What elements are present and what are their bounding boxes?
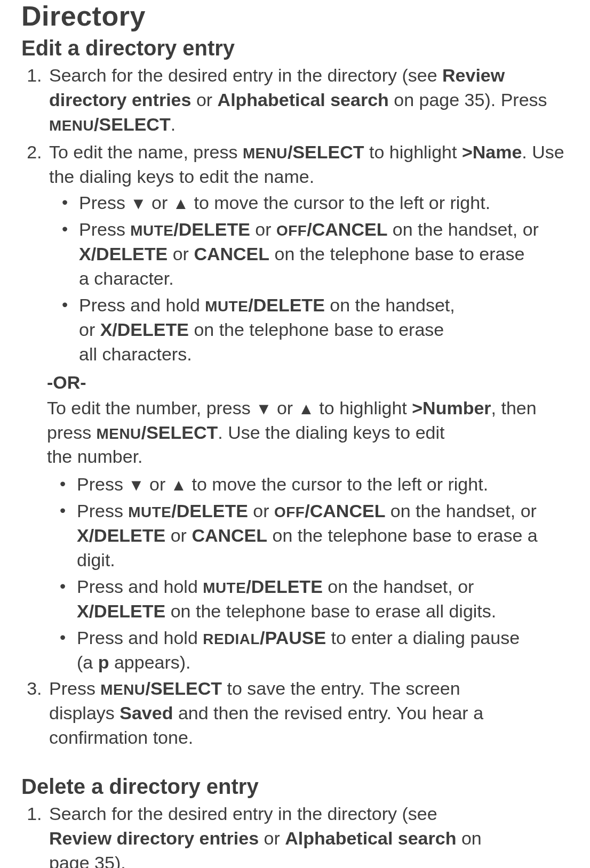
text: on the telephone base to erase all digit… — [165, 601, 496, 621]
text: or — [250, 219, 276, 239]
text: on page 35). Press — [389, 90, 547, 110]
text: Search for the desired entry in the dire… — [49, 803, 437, 824]
text: To edit the name, press — [49, 142, 243, 162]
text: on the handset, or — [385, 501, 537, 521]
edit-steps-list: Search for the desired entry in the dire… — [21, 63, 569, 367]
bold: /PAUSE — [260, 628, 326, 648]
smallcaps-bold: MUTE — [205, 298, 248, 315]
up-arrow-icon: ▲ — [173, 194, 189, 212]
list-item: Press and hold REDIAL/PAUSE to enter a d… — [66, 626, 569, 675]
text: to highlight — [364, 142, 462, 162]
text: or — [165, 525, 192, 545]
name-bullets: Press ▼ or ▲ to move the cursor to the l… — [49, 191, 569, 366]
bold: /SELECT — [288, 142, 364, 162]
smallcaps-bold: MUTE — [203, 580, 246, 596]
bold: /SELECT — [94, 114, 171, 134]
or-text-block: To edit the number, press ▼ or ▲ to high… — [47, 396, 569, 470]
text: Press and hold — [77, 628, 203, 648]
text: Press — [77, 501, 128, 521]
text: to save the entry. The screen — [222, 678, 460, 698]
text: or — [191, 90, 217, 110]
text: on the handset, or — [387, 219, 539, 239]
smallcaps-bold: MENU — [243, 145, 288, 162]
list-item: Press MUTE/DELETE or OFF/CANCEL on the h… — [68, 218, 569, 291]
text: (a — [77, 652, 98, 672]
text: all characters. — [79, 344, 192, 364]
text: or — [168, 244, 194, 264]
text: displays — [49, 703, 119, 723]
text: or — [145, 474, 171, 494]
smallcaps-bold: REDIAL — [203, 631, 260, 647]
text: . — [171, 114, 176, 134]
text: the number. — [47, 446, 143, 467]
number-bullets: Press ▼ or ▲ to move the cursor to the l… — [47, 472, 569, 674]
smallcaps-bold: MENU — [100, 681, 145, 698]
text: to move the cursor to the left or right. — [189, 192, 490, 213]
bold: Alphabetical search — [285, 828, 456, 848]
bold: Alphabetical search — [218, 90, 389, 110]
text: Press — [77, 474, 128, 494]
up-arrow-icon: ▲ — [298, 399, 314, 417]
text: to move the cursor to the left or right. — [187, 474, 488, 494]
bold: / — [141, 422, 146, 443]
smallcaps-bold: MENU — [97, 425, 141, 442]
delete-steps-list: Search for the desired entry in the dire… — [21, 802, 569, 868]
edit-step-3: Press MENU/SELECT to save the entry. The… — [47, 677, 569, 750]
smallcaps-bold: MUTE — [128, 504, 171, 520]
page-title: Directory — [21, 0, 569, 32]
text: on the telephone base to erase — [189, 319, 444, 340]
bold: CANCEL — [192, 525, 267, 545]
text: Press — [49, 678, 100, 698]
bold: >Name — [462, 142, 522, 162]
text: Press — [79, 192, 130, 213]
text: or — [272, 398, 298, 418]
text: on the handset, or — [323, 576, 474, 597]
edit-step-1: Search for the desired entry in the dire… — [47, 63, 569, 137]
bold: X/DELETE — [77, 601, 165, 621]
bold: X/DELETE — [77, 525, 165, 545]
text: on — [456, 828, 481, 848]
or-divider: -OR- — [47, 372, 569, 393]
text: or — [147, 192, 173, 213]
down-arrow-icon: ▼ — [256, 399, 272, 417]
delete-heading: Delete a directory entry — [21, 775, 569, 799]
text: Press and hold — [79, 295, 205, 315]
text: and then the revised entry. You hear a — [173, 703, 483, 723]
text: To edit the number, press — [47, 398, 256, 418]
list-item: Press and hold MUTE/DELETE on the handse… — [66, 575, 569, 624]
text: Search for the desired entry in the dire… — [49, 65, 442, 85]
list-item: Press ▼ or ▲ to move the cursor to the l… — [68, 191, 569, 215]
bold: SELECT — [146, 422, 218, 443]
smallcaps-bold: OFF — [276, 222, 307, 239]
edit-steps-list-cont: Press MENU/SELECT to save the entry. The… — [21, 677, 569, 750]
bold: /CANCEL — [307, 219, 387, 239]
list-item: Press and hold MUTE/DELETE on the handse… — [68, 293, 569, 367]
smallcaps-bold: OFF — [274, 504, 305, 520]
bold: /DELETE — [246, 576, 323, 597]
bold: /DELETE — [171, 501, 248, 521]
down-arrow-icon: ▼ — [128, 476, 144, 494]
up-arrow-icon: ▲ — [171, 476, 187, 494]
text: or — [259, 828, 285, 848]
bold: >Number — [412, 398, 491, 418]
smallcaps-bold: MENU — [49, 117, 94, 134]
edit-step-2: To edit the name, press MENU/SELECT to h… — [47, 140, 569, 367]
list-item: Press MUTE/DELETE or OFF/CANCEL on the h… — [66, 499, 569, 573]
text: page 35). — [49, 853, 126, 868]
list-item: Press ▼ or ▲ to move the cursor to the l… — [66, 472, 569, 497]
text: Press — [79, 219, 130, 239]
text: confirmation tone. — [49, 727, 193, 748]
bold: Saved — [119, 703, 173, 723]
bold: /CANCEL — [305, 501, 385, 521]
text: on the handset, — [325, 295, 455, 315]
smallcaps-bold: MUTE — [130, 222, 173, 239]
bold: Review directory entries — [49, 828, 259, 848]
bold: CANCEL — [194, 244, 269, 264]
edit-heading: Edit a directory entry — [21, 36, 569, 60]
bold: /SELECT — [145, 678, 222, 698]
text: to highlight — [314, 398, 412, 418]
bold: /DELETE — [248, 295, 325, 315]
bold: p — [98, 652, 109, 672]
text: to enter a dialing pause — [326, 628, 520, 648]
text: . Use the dialing keys to edit — [218, 422, 444, 443]
